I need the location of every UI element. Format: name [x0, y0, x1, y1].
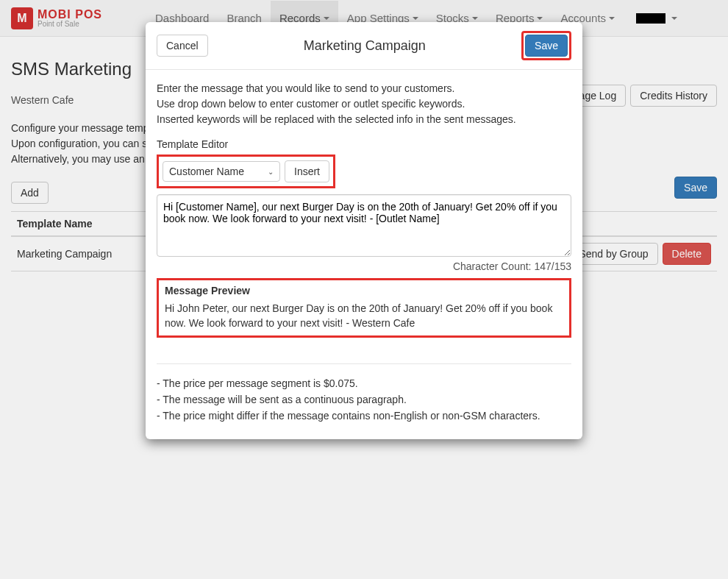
editor-controls: Customer Name ⌄ Insert — [157, 154, 335, 188]
modal-header: Cancel Marketing Campaign Save — [146, 22, 582, 70]
instruction-line: Use drop down below to enter customer or… — [157, 96, 571, 112]
preview-text: Hi John Peter, our next Burger Day is on… — [165, 301, 563, 331]
dropdown-value: Customer Name — [169, 166, 244, 177]
keyword-dropdown[interactable]: Customer Name ⌄ — [163, 161, 280, 182]
modal-body: Enter the message that you would like to… — [146, 70, 582, 439]
modal-title: Marketing Campaign — [208, 38, 521, 54]
instruction-line: Enter the message that you would like to… — [157, 81, 571, 96]
insert-button[interactable]: Insert — [285, 160, 329, 182]
instruction-line: Inserted keywords will be replaced with … — [157, 112, 571, 127]
message-preview: Message Preview Hi John Peter, our next … — [157, 278, 571, 338]
pricing-notes: - The price per message segment is $0.07… — [157, 363, 571, 425]
character-count: Character Count: 147/153 — [157, 260, 571, 272]
cancel-button[interactable]: Cancel — [157, 35, 208, 57]
note-line: - The price might differ if the message … — [157, 408, 571, 424]
chevron-down-icon: ⌄ — [268, 168, 274, 176]
modal-save-button[interactable]: Save — [525, 35, 568, 57]
modal-instructions: Enter the message that you would like to… — [157, 81, 571, 127]
note-line: - The price per message segment is $0.07… — [157, 375, 571, 391]
template-editor-label: Template Editor — [157, 138, 571, 150]
template-textarea[interactable] — [157, 194, 571, 257]
note-line: - The message will be sent as a continuo… — [157, 391, 571, 408]
save-highlight: Save — [521, 31, 571, 60]
preview-label: Message Preview — [165, 285, 563, 296]
modal-marketing-campaign: Cancel Marketing Campaign Save Enter the… — [146, 22, 582, 439]
